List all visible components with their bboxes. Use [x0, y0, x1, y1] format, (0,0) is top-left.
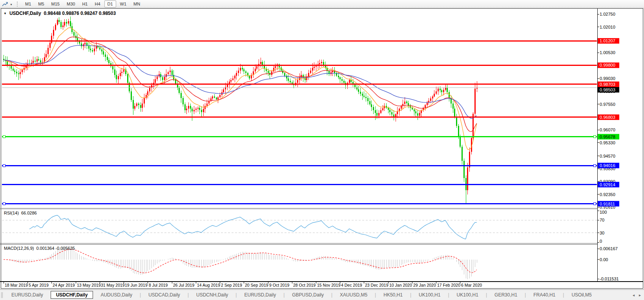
tab-scroll-right-icon[interactable]: ▸ [639, 293, 641, 297]
chart-legend: ▼ USDCHF,Daily 0.98448 0.98876 0.98247 0… [4, 11, 116, 16]
tab-audusd-daily[interactable]: AUDUSD,Daily [95, 291, 137, 299]
tool-dropdown-caret-icon[interactable]: ▾ [9, 2, 13, 6]
tab-separator: | [410, 292, 411, 298]
tab-xauusd-m5[interactable]: XAUUSD,M5 [335, 291, 372, 299]
macd-values: 0.001364 -0.005635 [36, 246, 75, 251]
line-studies-icon[interactable] [1, 0, 9, 7]
tab-usdcad-daily[interactable]: USDCAD,Daily [143, 291, 185, 299]
tab-uk100-h1[interactable]: UK100,H1 [414, 291, 445, 299]
timeframe-button-m1[interactable]: M1 [22, 0, 34, 7]
tab-usdchf-daily[interactable]: USDCHF,Daily [51, 291, 93, 299]
tab-separator: | [331, 292, 332, 298]
timeframe-button-d1[interactable]: D1 [104, 0, 116, 7]
timeframe-buttons: M1M5M15M30H1H4D1W1MN [22, 0, 144, 8]
mt4-terminal: 1.027501.020101.005300.990300.982900.975… [0, 0, 644, 300]
chart-ohlc-values: 0.98448 0.98876 0.98247 0.98503 [44, 11, 116, 16]
tab-separator: | [448, 292, 449, 298]
tab-eurusd-daily[interactable]: EURUSD,Daily [6, 291, 48, 299]
chart-symbol-period: USDCHF,Daily [9, 11, 41, 16]
chart-tab-bar: EURUSD,DailyUSDCHF,DailyAUDUSD,Daily|USD… [0, 289, 644, 300]
tab-bar-tabs: EURUSD,DailyUSDCHF,DailyAUDUSD,Daily|USD… [6, 291, 597, 299]
tab-usdcnh-daily[interactable]: USDCNH,Daily [191, 291, 233, 299]
tab-eurusd-daily[interactable]: EURUSD,Daily [239, 291, 281, 299]
macd-indicator-label: MACD(12,26,9) 0.001364 -0.005635 [4, 246, 75, 251]
tab-fra40-h1[interactable]: FRA40,H1 [528, 291, 560, 299]
macd-name: MACD(12,26,9) [4, 246, 34, 251]
tab-scroll-left-icon[interactable]: ◂ [633, 293, 635, 297]
tab-hk50-h1[interactable]: HK50,H1 [378, 291, 408, 299]
timeframe-button-w1[interactable]: W1 [117, 0, 130, 7]
tab-ger30-h1[interactable]: GER30,H1 [489, 291, 522, 299]
timeframe-button-h4[interactable]: H4 [91, 0, 103, 7]
tabbar-grip [1, 292, 3, 298]
timeframe-toolbar: ▾ M1M5M15M30H1H4D1W1MN [0, 0, 644, 8]
chart-window[interactable] [1, 8, 643, 289]
tab-separator: | [140, 292, 141, 298]
tab-separator: | [283, 292, 285, 298]
tab-separator: | [563, 292, 564, 298]
rsi-name: RSI(14) [4, 211, 19, 215]
tab-separator: | [235, 292, 237, 298]
tab-separator: | [375, 292, 376, 298]
tab-uk100-h1[interactable]: UK100,H1 [452, 291, 483, 299]
toolbar-grip [17, 2, 19, 7]
timeframe-button-m15[interactable]: M15 [48, 0, 63, 7]
timeframe-button-h1[interactable]: H1 [79, 0, 91, 7]
timeframe-button-m30[interactable]: M30 [64, 0, 78, 7]
tab-scroll-controls: ◂ ▸ [633, 293, 641, 297]
timeframe-button-mn[interactable]: MN [130, 0, 143, 7]
rsi-value: 66.0286 [21, 211, 37, 215]
tab-usoil-m5[interactable]: USOil,M5 [566, 291, 597, 299]
collapse-chart-icon[interactable]: ▼ [4, 11, 7, 15]
tab-separator: | [486, 292, 487, 298]
tab-separator: | [525, 292, 526, 298]
rsi-indicator-label: RSI(14) 66.0286 [4, 211, 37, 215]
timeframe-button-m5[interactable]: M5 [35, 0, 47, 7]
tab-separator: | [188, 292, 189, 298]
tab-gbpusd-daily[interactable]: GBPUSD,Daily [287, 291, 329, 299]
